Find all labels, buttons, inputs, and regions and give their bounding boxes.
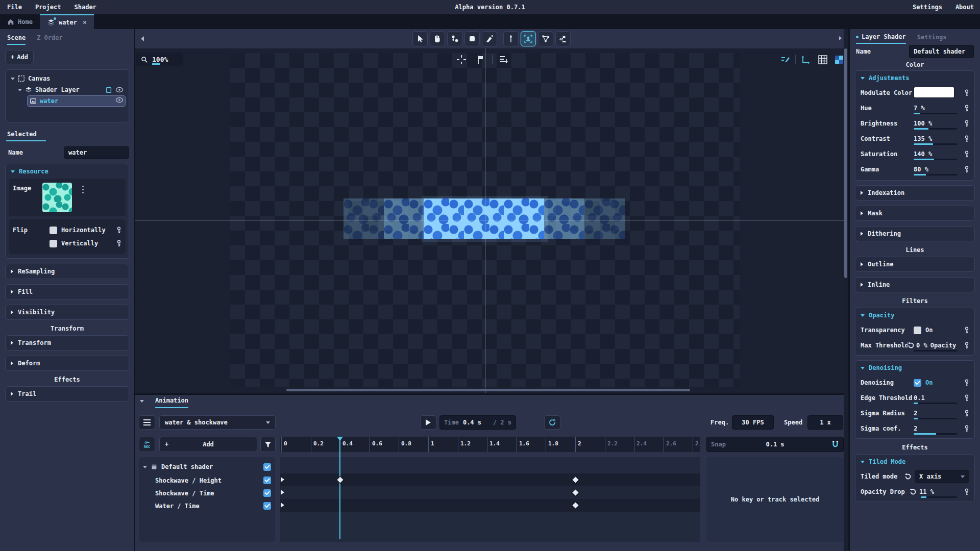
sigma-radius-value[interactable]: 2: [914, 410, 961, 417]
opacity-drop-value[interactable]: 11 %: [919, 488, 961, 495]
tab-water[interactable]: water ×: [40, 14, 94, 29]
timeline-rows[interactable]: [280, 457, 700, 542]
kebab-menu-icon[interactable]: [82, 183, 84, 212]
chevron-down-icon[interactable]: [143, 466, 147, 468]
snap-field[interactable]: Snap 0.1 s: [706, 437, 844, 452]
tree-node-shader-layer[interactable]: Shader Layer: [9, 84, 126, 95]
z-order-icon[interactable]: [498, 55, 508, 65]
key-icon[interactable]: [964, 166, 969, 173]
select-tool-button[interactable]: [412, 31, 428, 46]
section-deform[interactable]: Deform: [5, 356, 129, 371]
keyframe-start[interactable]: [281, 490, 284, 495]
gamma-value[interactable]: 80 %: [914, 166, 961, 173]
timeline-row[interactable]: [280, 457, 700, 473]
flip-vertical-checkbox[interactable]: [50, 240, 57, 247]
section-trail[interactable]: Trail: [5, 386, 129, 402]
anchor-tool-button[interactable]: [447, 31, 462, 46]
section-resampling[interactable]: ReSampling: [5, 264, 129, 279]
animation-menu-button[interactable]: [139, 415, 155, 430]
section-transform[interactable]: Transform: [5, 335, 129, 350]
animation-clip-select[interactable]: water & shockwave: [159, 415, 276, 430]
tiled-mode-select[interactable]: X axis: [915, 470, 969, 483]
key-icon[interactable]: [964, 327, 969, 334]
tab-scene[interactable]: Scene: [7, 34, 26, 45]
contrast-value[interactable]: 135 %: [914, 135, 961, 142]
timeline-row[interactable]: [280, 499, 700, 512]
track-enabled-checkbox[interactable]: [263, 477, 271, 484]
track-row-water-time[interactable]: Water / Time: [143, 499, 271, 512]
key-icon[interactable]: [964, 425, 969, 433]
track-enabled-checkbox[interactable]: [263, 502, 271, 510]
brush-tool-button[interactable]: [482, 31, 497, 46]
key-icon[interactable]: [116, 227, 121, 234]
keyframe-start[interactable]: [281, 503, 284, 508]
tiled-mode-group-header[interactable]: Tiled Mode: [855, 455, 974, 469]
section-dithering[interactable]: Dithering: [855, 226, 975, 241]
contrast-row[interactable]: Contrast 135 %: [855, 131, 974, 146]
loop-button[interactable]: [544, 415, 560, 430]
saturation-slider[interactable]: [914, 159, 957, 160]
track-enabled-checkbox[interactable]: [263, 489, 271, 497]
key-icon[interactable]: [964, 488, 969, 496]
section-visibility[interactable]: Visibility: [5, 305, 129, 320]
time-field[interactable]: Time 0.4 s / 2 s: [439, 415, 516, 430]
timeline-row[interactable]: [280, 486, 700, 499]
track-row-default-shader[interactable]: Default shader: [143, 460, 271, 474]
chevron-down-icon[interactable]: [11, 78, 15, 80]
axes-icon[interactable]: [800, 55, 811, 65]
crosshair-icon[interactable]: [456, 55, 467, 65]
pin-tool-button[interactable]: [503, 31, 519, 46]
checker-background-icon[interactable]: [834, 55, 844, 65]
key-icon[interactable]: [964, 151, 969, 158]
grid-icon[interactable]: [818, 55, 828, 65]
frame-focus-tool-button[interactable]: [521, 31, 536, 46]
collapse-left-icon[interactable]: [141, 36, 144, 41]
brightness-row[interactable]: Brightness 100 %: [855, 116, 974, 131]
edge-threshold-slider[interactable]: [914, 403, 957, 404]
opacity-group-header[interactable]: Opacity: [855, 308, 974, 322]
transparency-checkbox[interactable]: [914, 327, 921, 334]
key-icon[interactable]: [964, 379, 969, 387]
scrollbar-thumb[interactable]: [844, 48, 847, 278]
collapse-animation-icon[interactable]: [140, 400, 144, 403]
adjustments-group-header[interactable]: Adjustments: [855, 71, 974, 85]
hue-value[interactable]: 7 %: [914, 105, 961, 112]
opacity-drop-slider[interactable]: [921, 496, 957, 498]
key-icon[interactable]: [964, 410, 969, 417]
tab-settings[interactable]: Settings: [917, 33, 947, 44]
contrast-slider[interactable]: [914, 143, 957, 145]
sigma-radius-slider[interactable]: [914, 418, 957, 419]
resource-group-header[interactable]: Resource: [6, 164, 129, 179]
tab-animation[interactable]: Animation: [155, 397, 188, 408]
tree-node-water[interactable]: water: [27, 95, 126, 107]
right-panel-scrollbar[interactable]: [844, 29, 848, 551]
layer-edit-icon[interactable]: [780, 55, 790, 65]
sigma-coef-row[interactable]: Sigma coef. 2: [855, 421, 974, 436]
reset-icon[interactable]: [904, 473, 912, 480]
add-layer-button[interactable]: + Add: [5, 50, 34, 64]
key-icon[interactable]: [964, 120, 969, 128]
shader-tool-button[interactable]: [555, 31, 571, 46]
tab-home[interactable]: Home: [0, 14, 40, 29]
edge-threshold-value[interactable]: 0.1: [914, 394, 961, 402]
edge-threshold-row[interactable]: Edge Threshold 0.1: [855, 390, 974, 406]
max-threshold-value[interactable]: 0 %: [916, 342, 927, 349]
track-enabled-checkbox[interactable]: [263, 463, 271, 471]
modulate-color-swatch[interactable]: [914, 87, 954, 98]
key-icon[interactable]: [964, 135, 969, 143]
sigma-coef-value[interactable]: 2: [914, 425, 961, 432]
key-icon[interactable]: [964, 394, 969, 402]
menu-settings[interactable]: Settings: [913, 4, 942, 11]
chevron-down-icon[interactable]: [18, 89, 22, 91]
canvas-viewport[interactable]: 100%: [135, 48, 848, 393]
add-keyframe-button[interactable]: + Add: [159, 437, 257, 452]
gamma-slider[interactable]: [914, 174, 957, 176]
keyframe-start[interactable]: [281, 477, 284, 482]
section-outline[interactable]: Outline: [855, 257, 975, 272]
max-threshold-slider[interactable]: [914, 350, 957, 352]
speed-field[interactable]: 1 x: [807, 415, 843, 430]
freq-field[interactable]: 30 FPS: [732, 415, 774, 430]
reset-icon[interactable]: [910, 488, 917, 495]
collapse-right-icon[interactable]: [839, 36, 842, 40]
section-inline[interactable]: Inline: [855, 277, 975, 292]
